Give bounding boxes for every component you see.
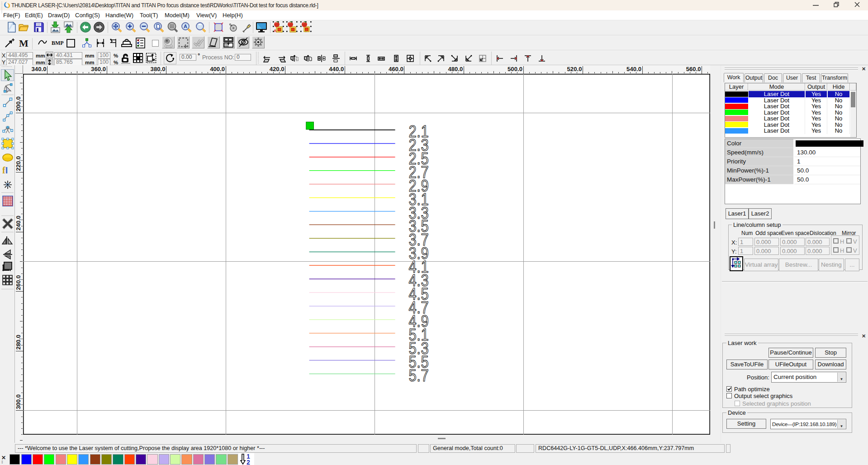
svg-text:A: A bbox=[274, 29, 277, 33]
svg-text:240.0: 240.0 bbox=[15, 216, 22, 230]
svg-text:540.0: 540.0 bbox=[626, 66, 641, 72]
svg-text:5.7: 5.7 bbox=[409, 366, 429, 384]
svg-text:500.0: 500.0 bbox=[508, 66, 522, 72]
svg-text:560.0: 560.0 bbox=[686, 66, 701, 72]
svg-text:280.0: 280.0 bbox=[15, 335, 22, 350]
svg-text:480.0: 480.0 bbox=[448, 66, 463, 72]
svg-text:380.0: 380.0 bbox=[151, 66, 166, 72]
svg-text:420.0: 420.0 bbox=[270, 66, 285, 72]
svg-text:220.0: 220.0 bbox=[15, 156, 22, 171]
svg-text:520.0: 520.0 bbox=[567, 66, 582, 72]
svg-text:340.0: 340.0 bbox=[31, 66, 46, 72]
svg-text:A: A bbox=[184, 24, 187, 29]
svg-text:460.0: 460.0 bbox=[389, 66, 403, 72]
svg-text:400.0: 400.0 bbox=[210, 66, 225, 72]
svg-text:360.0: 360.0 bbox=[91, 66, 106, 72]
svg-text:200.0: 200.0 bbox=[15, 96, 22, 111]
svg-text:300.0: 300.0 bbox=[15, 394, 22, 409]
svg-text:440.0: 440.0 bbox=[329, 66, 344, 72]
svg-text:260.0: 260.0 bbox=[15, 275, 22, 290]
